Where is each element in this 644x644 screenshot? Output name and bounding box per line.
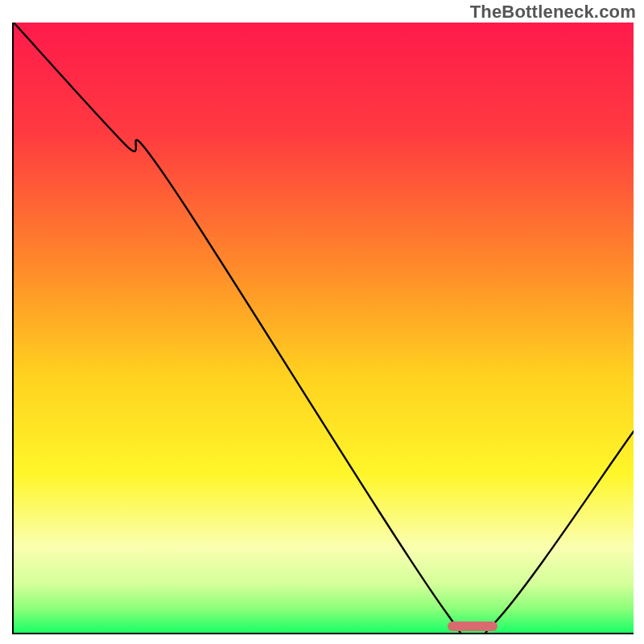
watermark-text: TheBottleneck.com (470, 2, 636, 23)
plot-area (12, 23, 634, 634)
chart-container: TheBottleneck.com (0, 0, 644, 644)
bottleneck-curve (14, 23, 634, 633)
optimal-marker (448, 621, 497, 631)
